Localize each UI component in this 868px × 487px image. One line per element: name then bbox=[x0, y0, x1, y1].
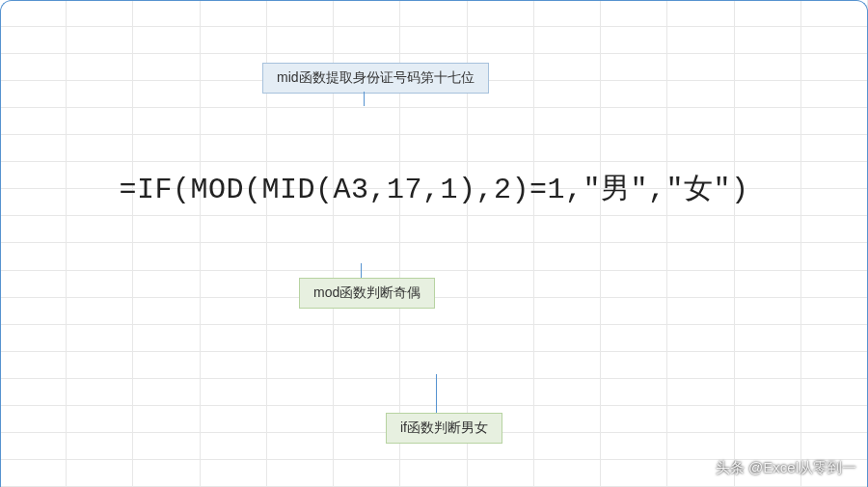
watermark: 头条 @Excel从零到一 bbox=[716, 459, 856, 477]
annotation-if-text: if函数判断男女 bbox=[400, 419, 488, 435]
brace-if-function bbox=[0, 101, 637, 265]
annotation-if-function: if函数判断男女 bbox=[386, 413, 502, 444]
brace-mid-function bbox=[0, 0, 237, 48]
brace-mod-function bbox=[0, 48, 410, 101]
connector-stem-big bbox=[436, 374, 437, 413]
